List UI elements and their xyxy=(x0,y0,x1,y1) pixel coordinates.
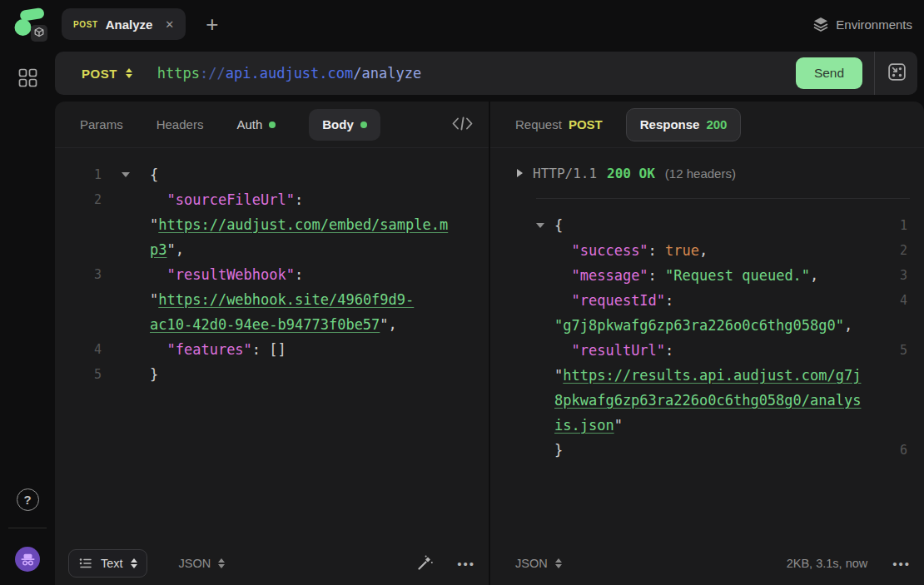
fold-toggle-icon[interactable] xyxy=(536,223,554,228)
code-line[interactable]: is.json" xyxy=(536,413,924,438)
request-more-menu[interactable]: ••• xyxy=(457,557,475,571)
code-line[interactable]: p3", xyxy=(55,237,489,262)
code-line[interactable]: }6 xyxy=(536,438,924,463)
request-tab[interactable]: POST Analyze ✕ xyxy=(62,8,186,40)
response-body-editor[interactable]: {1 "success": true,2 "message": "Request… xyxy=(490,199,924,463)
code-line[interactable]: 5} xyxy=(55,362,489,387)
new-tab-button[interactable]: + xyxy=(202,13,221,35)
sidebar-rail: ? xyxy=(0,48,55,585)
response-more-menu[interactable]: ••• xyxy=(892,557,911,571)
line-number: 3 xyxy=(55,267,102,282)
code-line[interactable]: 8pkwafg6zp63ra226o0c6thg058g0/analys xyxy=(536,388,924,413)
code-line[interactable]: "success": true,2 xyxy=(536,238,924,263)
response-tabs: Request POST Response 200 xyxy=(490,102,924,148)
urlbar-divider xyxy=(874,52,875,95)
response-footer: JSON 2KB, 3.1s, now ••• xyxy=(490,542,924,585)
url-input[interactable]: https://api.audjust.com/analyze xyxy=(157,65,421,82)
code-text: "resultUrl": xyxy=(554,342,673,359)
line-number: 1 xyxy=(900,218,924,233)
code-line[interactable]: "https://audjust.com/embed/sample.m xyxy=(55,212,489,237)
app-window: POST Analyze ✕ + Environments xyxy=(0,0,924,585)
line-number: 3 xyxy=(900,268,924,283)
response-pane: Request POST Response 200 HTTP/1.1 200 O… xyxy=(490,102,924,585)
request-tabs: Params Headers Auth Body xyxy=(55,102,489,148)
brand-logo-icon xyxy=(10,5,52,43)
environments-label: Environments xyxy=(836,17,912,32)
response-language-select[interactable]: JSON xyxy=(515,557,562,570)
expand-headers-icon[interactable] xyxy=(517,169,523,177)
tab-body[interactable]: Body xyxy=(309,109,380,141)
chevron-updown-icon xyxy=(555,558,562,568)
help-button[interactable]: ? xyxy=(17,488,39,511)
tab-title: Analyze xyxy=(106,17,153,32)
code-text: "https://audjust.com/embed/sample.m xyxy=(150,216,448,233)
code-text: ac10-42d0-94ee-b94773f0be57", xyxy=(150,316,397,333)
workspace-grid-button[interactable] xyxy=(17,67,39,92)
code-line[interactable]: "https://webhook.site/4960f9d9- xyxy=(55,287,489,312)
url-row: POST https://api.audjust.com/analyze Sen… xyxy=(55,48,924,102)
code-line[interactable]: "g7j8pkwafg6zp63ra226o0c6thg058g0", xyxy=(536,313,924,338)
code-text: } xyxy=(554,442,563,459)
question-mark-icon: ? xyxy=(23,493,31,507)
chevron-updown-icon xyxy=(218,558,225,568)
line-number: 5 xyxy=(900,343,924,358)
code-line[interactable]: "https://results.api.audjust.com/g7j xyxy=(536,363,924,388)
url-bar: POST https://api.audjust.com/analyze Sen… xyxy=(55,52,917,95)
code-text: } xyxy=(150,366,158,383)
fold-toggle-icon[interactable] xyxy=(102,172,150,177)
code-text: "features": [] xyxy=(150,341,286,358)
method-select[interactable]: POST xyxy=(82,67,132,81)
body-type-label: Text xyxy=(101,557,123,570)
tab-params[interactable]: Params xyxy=(80,117,123,131)
code-text: { xyxy=(150,166,158,183)
code-text: 8pkwafg6zp63ra226o0c6thg058g0/analys xyxy=(554,392,861,409)
tab-request-info[interactable]: Request POST xyxy=(515,117,603,131)
request-language-select[interactable]: JSON xyxy=(179,557,226,570)
layers-icon xyxy=(812,16,829,32)
format-button[interactable] xyxy=(414,552,435,576)
close-tab-icon[interactable]: ✕ xyxy=(165,19,174,30)
tab-response[interactable]: Response 200 xyxy=(626,108,742,141)
body-configured-dot xyxy=(360,121,367,128)
code-text: "https://results.api.audjust.com/g7j xyxy=(554,367,861,384)
code-view-button[interactable] xyxy=(450,114,475,136)
request-body-editor[interactable]: 1{2 "sourceFileUrl":"https://audjust.com… xyxy=(55,148,489,387)
code-text: "success": true, xyxy=(554,242,708,259)
body-type-select[interactable]: Text xyxy=(68,549,147,578)
environments-button[interactable]: Environments xyxy=(812,16,912,32)
response-status-line[interactable]: HTTP/1.1 200 OK (12 headers) xyxy=(490,148,924,198)
code-line[interactable]: 3 "resultWebhook": xyxy=(55,262,489,287)
status-code-badge: 200 xyxy=(706,117,727,131)
code-line[interactable]: 4 "features": [] xyxy=(55,337,489,362)
tab-auth[interactable]: Auth xyxy=(236,117,276,131)
request-footer: Text JSON ••• xyxy=(55,542,489,585)
import-data-button[interactable] xyxy=(885,60,909,87)
response-meta: 2KB, 3.1s, now xyxy=(787,557,868,570)
line-number: 5 xyxy=(55,367,102,382)
code-text: "requestId": xyxy=(554,292,673,309)
code-line[interactable]: {1 xyxy=(536,213,924,238)
code-line[interactable]: 1{ xyxy=(55,162,489,187)
code-line[interactable]: "requestId":4 xyxy=(536,288,924,313)
send-button[interactable]: Send xyxy=(796,57,862,89)
content-area: Params Headers Auth Body xyxy=(55,102,924,585)
request-pane: Params Headers Auth Body xyxy=(55,102,489,585)
line-number: 6 xyxy=(900,443,924,458)
code-line[interactable]: ac10-42d0-94ee-b94773f0be57", xyxy=(55,312,489,337)
code-line[interactable]: "message": "Request queued.",3 xyxy=(536,263,924,288)
chevron-updown-icon xyxy=(131,558,137,568)
code-text: "sourceFileUrl": xyxy=(150,191,303,208)
topbar: POST Analyze ✕ + Environments xyxy=(0,0,924,48)
app-logo[interactable] xyxy=(10,5,52,43)
code-text: { xyxy=(554,217,563,234)
line-number: 4 xyxy=(900,293,924,308)
code-line[interactable]: "resultUrl":5 xyxy=(536,338,924,363)
line-number: 2 xyxy=(900,243,924,258)
tab-method-badge: POST xyxy=(73,20,98,29)
code-text: p3", xyxy=(150,241,184,258)
line-number: 2 xyxy=(55,192,102,207)
line-number: 4 xyxy=(55,342,102,357)
tab-headers[interactable]: Headers xyxy=(156,117,204,131)
code-line[interactable]: 2 "sourceFileUrl": xyxy=(55,187,489,212)
user-avatar[interactable] xyxy=(15,547,40,572)
